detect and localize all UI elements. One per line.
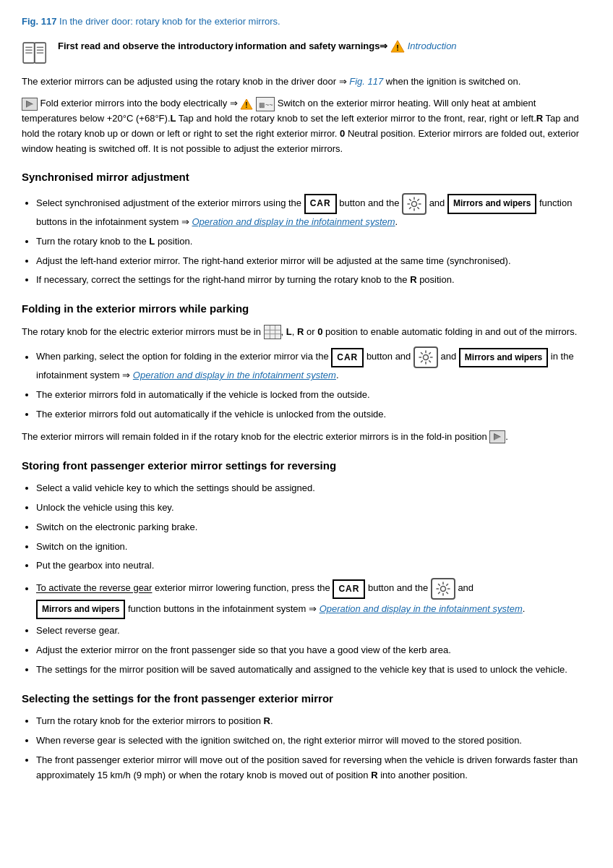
mirrors-button-2: Mirrors and wipers xyxy=(459,348,548,367)
car-button-1: CAR xyxy=(304,194,337,213)
section-selecting-heading: Selecting the settings for the front pas… xyxy=(22,691,591,707)
car-button-2: CAR xyxy=(331,348,364,367)
list-item: Switch on the electronic parking brake. xyxy=(36,520,591,535)
list-item: When parking, select the option for fold… xyxy=(36,346,591,383)
svg-text:!: ! xyxy=(396,43,399,52)
list-item: The front passenger exterior mirror will… xyxy=(36,753,591,783)
gear-icon-1 xyxy=(402,193,426,215)
svg-point-22 xyxy=(440,587,445,592)
mirrors-button-3: Mirrors and wipers xyxy=(36,600,125,619)
car-button-3: CAR xyxy=(333,579,365,599)
list-item: Select reverse gear. xyxy=(36,624,591,639)
svg-point-15 xyxy=(412,201,417,206)
mirrors-button-1: Mirrors and wipers xyxy=(447,194,536,213)
op-link-1[interactable]: Operation and display in the infotainmen… xyxy=(192,216,395,227)
heat-icon: ▩~~ xyxy=(256,97,275,111)
list-item: Switch on the ignition. xyxy=(36,540,591,555)
list-item: Adjust the left-hand exterior mirror. Th… xyxy=(36,254,591,269)
section-storing-list: Select a valid vehicle key to which the … xyxy=(36,481,591,678)
gear-icon-3 xyxy=(431,578,455,600)
section-synced-heading: Synchronised mirror adjustment xyxy=(22,169,591,186)
folding-intro: The rotary knob for the electric exterio… xyxy=(22,325,591,340)
intro-link[interactable]: Introduction xyxy=(408,41,457,51)
list-item: Select synchronised adjustment of the ex… xyxy=(36,193,591,230)
section-selecting-list: Turn the rotary knob for the exterior mi… xyxy=(36,714,591,783)
list-item: If necessary, correct the settings for t… xyxy=(36,273,591,288)
list-item: When reverse gear is selected with the i… xyxy=(36,733,591,749)
list-item: Turn the rotary knob for the exterior mi… xyxy=(36,714,591,729)
intro-text: First read and observe the introductory … xyxy=(58,39,457,54)
op-link-3[interactable]: Operation and display in the infotainmen… xyxy=(320,603,523,614)
svg-text:!: ! xyxy=(246,101,248,109)
book-icon xyxy=(22,41,51,66)
section-folding-list: When parking, select the option for fold… xyxy=(36,346,591,422)
grid-icon xyxy=(264,325,281,339)
list-item: Turn the rotary knob to the L position. xyxy=(36,234,591,250)
fold-mirror-icon xyxy=(22,98,38,111)
section-synced-list: Select synchronised adjustment of the ex… xyxy=(36,193,591,288)
section-folding-heading: Folding in the exterior mirrors while pa… xyxy=(22,301,591,318)
list-item: To activate the reverse gear exterior mi… xyxy=(36,578,591,619)
op-link-2[interactable]: Operation and display in the infotainmen… xyxy=(133,370,336,380)
fig-caption-text: In the driver door: rotary knob for the … xyxy=(56,16,280,27)
list-item: Adjust the exterior mirror on the front … xyxy=(36,643,591,658)
list-item: The exterior mirrors fold out automatica… xyxy=(36,407,591,422)
intro-strong: First read and observe the introductory … xyxy=(58,41,387,51)
body-paragraph-1: The exterior mirrors can be adjusted usi… xyxy=(22,75,591,90)
svg-text:▩~~: ▩~~ xyxy=(259,101,273,108)
fig-caption: Fig. 117 In the driver door: rotary knob… xyxy=(22,14,591,29)
svg-point-20 xyxy=(423,355,428,360)
fig-number: Fig. 117 xyxy=(22,16,56,27)
section-storing-heading: Storing front passenger exterior mirror … xyxy=(22,458,591,475)
gear-icon-2 xyxy=(413,346,438,368)
list-item: The settings for the mirror position wil… xyxy=(36,663,591,678)
warning-icon: ! xyxy=(390,40,405,53)
intro-box: First read and observe the introductory … xyxy=(22,39,591,66)
body-paragraph-2: Fold exterior mirrors into the body elec… xyxy=(22,96,591,156)
fig117-ref[interactable]: Fig. 117 xyxy=(349,76,383,87)
list-item: The exterior mirrors fold in automatical… xyxy=(36,388,591,403)
list-item: Unlock the vehicle using this key. xyxy=(36,501,591,516)
list-item: Select a valid vehicle key to which the … xyxy=(36,481,591,496)
warning-triangle-icon: ! xyxy=(240,98,253,110)
folding-outro: The exterior mirrors will remain folded … xyxy=(22,430,591,445)
fold-in-icon xyxy=(489,430,505,443)
list-item: Put the gearbox into neutral. xyxy=(36,558,591,574)
